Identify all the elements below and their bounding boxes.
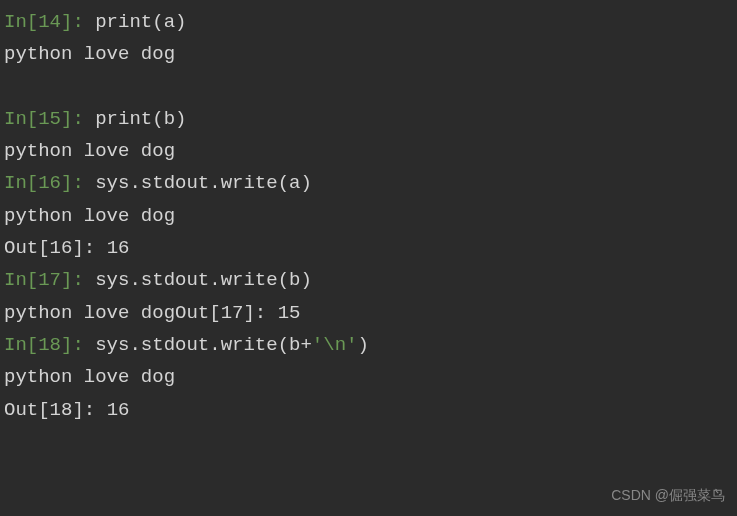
cell-18-input[interactable]: In[18]: sys.stdout.write(b+'\n'): [4, 329, 733, 361]
in-prompt-17: In[17]:: [4, 269, 95, 291]
cell-16-out: Out[16]: 16: [4, 232, 733, 264]
out-prompt-17: Out[17]:: [175, 302, 278, 324]
cell-17-output-inline: python love dogOut[17]: 15: [4, 297, 733, 329]
in-prompt-14: In[14]:: [4, 11, 95, 33]
code-15: print(b): [95, 108, 186, 130]
in-prompt-16: In[16]:: [4, 172, 95, 194]
code-18-str: '\n': [312, 334, 358, 356]
in-prompt-18: In[18]:: [4, 334, 95, 356]
watermark: CSDN @倔强菜鸟: [611, 484, 725, 508]
code-18-pre: sys.stdout.write(b+: [95, 334, 312, 356]
out-value-17: 15: [278, 302, 301, 324]
cell-18-output: python love dog: [4, 361, 733, 393]
code-14: print(a): [95, 11, 186, 33]
cell-15-input[interactable]: In[15]: print(b): [4, 103, 733, 135]
code-17: sys.stdout.write(b): [95, 269, 312, 291]
out-value-16: 16: [107, 237, 130, 259]
cell-14-input[interactable]: In[14]: print(a): [4, 6, 733, 38]
in-prompt-15: In[15]:: [4, 108, 95, 130]
out-prompt-16: Out[16]:: [4, 237, 107, 259]
code-16: sys.stdout.write(a): [95, 172, 312, 194]
cell-17-input[interactable]: In[17]: sys.stdout.write(b): [4, 264, 733, 296]
inline-output-17: python love dog: [4, 302, 175, 324]
out-prompt-18: Out[18]:: [4, 399, 107, 421]
cell-15-output: python love dog: [4, 135, 733, 167]
code-18-post: ): [357, 334, 368, 356]
blank-line: [4, 71, 733, 103]
cell-16-input[interactable]: In[16]: sys.stdout.write(a): [4, 167, 733, 199]
cell-16-output: python love dog: [4, 200, 733, 232]
cell-18-out: Out[18]: 16: [4, 394, 733, 426]
cell-14-output: python love dog: [4, 38, 733, 70]
out-value-18: 16: [107, 399, 130, 421]
